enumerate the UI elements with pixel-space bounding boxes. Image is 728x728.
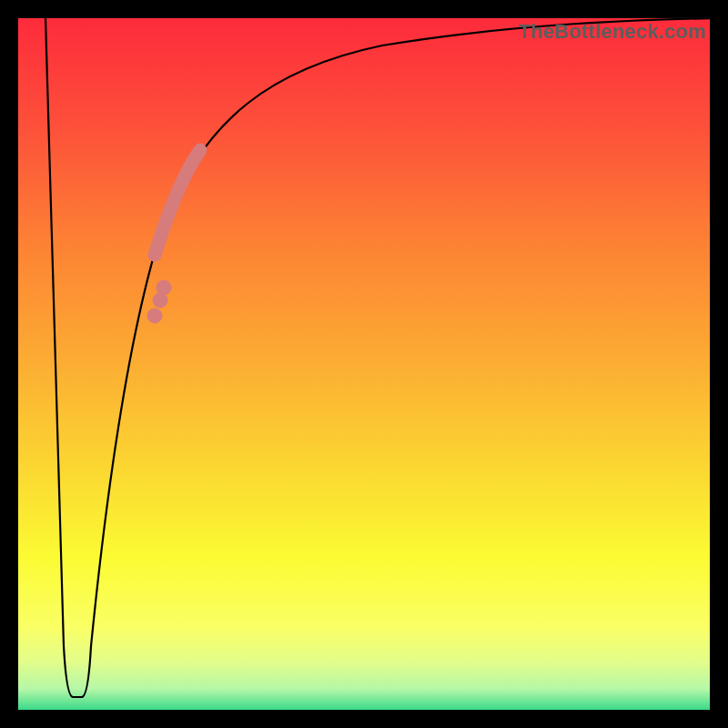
highlight-segment [147,150,200,323]
svg-point-3 [157,280,171,295]
svg-point-2 [153,293,167,308]
chart-stage: TheBottleneck.com [0,0,728,728]
svg-point-1 [147,308,162,323]
curve-path [46,18,710,697]
bottleneck-curve [18,18,710,710]
plot-area [18,18,710,710]
watermark: TheBottleneck.com [519,20,706,44]
